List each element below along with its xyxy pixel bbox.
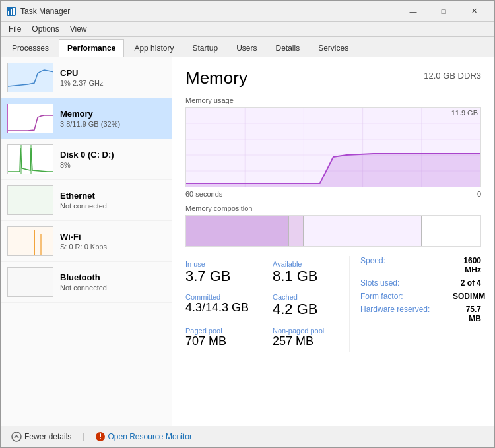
svg-rect-2 [11, 9, 12, 15]
comp-modified [289, 216, 304, 246]
usage-graph-container: 11.9 GB [185, 107, 481, 187]
available-block: Available 8.1 GB [273, 256, 349, 289]
hw-reserved-row: Hardware reserved: 75.7 MB [360, 305, 481, 323]
main-panel: Memory 12.0 GB DDR3 Memory usage 11.9 GB [172, 57, 494, 426]
usage-graph-svg [186, 108, 480, 187]
panel-header: Memory 12.0 GB DDR3 [185, 68, 481, 88]
panel-type: 12.0 GB DDR3 [424, 68, 481, 80]
non-paged-value: 257 MB [273, 335, 349, 349]
disk-thumbnail [7, 144, 53, 174]
menu-options[interactable]: Options [26, 23, 64, 35]
speed-label: Speed: [360, 256, 453, 274]
slots-label: Slots used: [360, 278, 453, 288]
svg-point-20 [100, 438, 101, 439]
tab-details[interactable]: Details [267, 39, 308, 57]
comp-standby [304, 216, 421, 246]
disk-info: Disk 0 (C: D:) 8% [60, 150, 165, 169]
in-use-block: In use 3.7 GB [185, 256, 262, 289]
hw-reserved-value: 75.7 MB [453, 305, 481, 323]
form-row: Form factor: SODIMM [360, 292, 481, 301]
ethernet-thumbnail [7, 185, 53, 215]
sidebar-item-bluetooth[interactable]: Bluetooth Not connected [1, 262, 172, 303]
paged-pool-value: 707 MB [185, 335, 262, 349]
menu-view[interactable]: View [65, 23, 92, 35]
composition-section: Memory composition [185, 205, 481, 247]
bluetooth-sublabel: Not connected [60, 284, 165, 292]
ethernet-info: Ethernet Not connected [60, 191, 165, 210]
resource-monitor-label: Open Resource Monitor [108, 432, 192, 441]
ethernet-label: Ethernet [60, 191, 165, 201]
comp-free [422, 216, 480, 246]
svg-marker-16 [186, 154, 480, 187]
tab-app-history[interactable]: App history [125, 39, 182, 57]
non-paged-label: Non-paged pool [273, 327, 349, 335]
usage-graph-section: Memory usage 11.9 GB [185, 96, 481, 198]
window-title: Task Manager [20, 7, 398, 16]
ethernet-sublabel: Not connected [60, 202, 165, 210]
bluetooth-thumbnail [7, 267, 53, 297]
committed-label: Committed [185, 293, 262, 301]
paged-pool-label: Paged pool [185, 327, 262, 335]
resource-monitor-link[interactable]: Open Resource Monitor [95, 432, 192, 442]
main-content: CPU 1% 2.37 GHz Memory 3.8/11.9 GB (32%) [1, 57, 494, 426]
fewer-details-label: Fewer details [24, 432, 71, 441]
tab-performance[interactable]: Performance [59, 39, 124, 57]
usage-graph-label: Memory usage [185, 96, 481, 104]
memory-thumbnail [7, 104, 53, 133]
sidebar-item-wifi[interactable]: Wi-Fi S: 0 R: 0 Kbps [1, 221, 172, 262]
composition-label: Memory composition [185, 205, 481, 212]
cpu-thumbnail [7, 63, 53, 92]
memory-type: 12.0 GB DDR3 [424, 71, 481, 80]
menu-file[interactable]: File [3, 23, 26, 35]
slots-row: Slots used: 2 of 4 [360, 278, 481, 288]
graph-max-label: 11.9 GB [451, 109, 478, 117]
maximize-button[interactable]: □ [428, 1, 459, 22]
footer-bar: Fewer details | Open Resource Monitor [1, 426, 494, 447]
cached-label: Cached [273, 293, 349, 301]
window-controls: — □ ✕ [398, 1, 489, 22]
tab-processes[interactable]: Processes [3, 39, 57, 57]
tab-users[interactable]: Users [228, 39, 265, 57]
memory-sublabel: 3.8/11.9 GB (32%) [60, 120, 165, 128]
tab-startup[interactable]: Startup [183, 39, 226, 57]
fewer-details-button[interactable]: Fewer details [11, 432, 71, 442]
sidebar-item-disk[interactable]: Disk 0 (C: D:) 8% [1, 139, 172, 180]
panel-title: Memory [185, 68, 248, 88]
committed-value: 4.3/14.3 GB [185, 301, 262, 315]
disk-label: Disk 0 (C: D:) [60, 150, 165, 160]
right-stats: Speed: 1600 MHz Slots used: 2 of 4 Form … [349, 256, 481, 352]
primary-stats: In use 3.7 GB Available 8.1 GB Committed… [185, 256, 349, 352]
graph-bottom-labels: 60 seconds 0 [185, 190, 481, 198]
sidebar-item-memory[interactable]: Memory 3.8/11.9 GB (32%) [1, 98, 172, 139]
tab-bar: Processes Performance App history Startu… [1, 37, 494, 57]
slots-value: 2 of 4 [461, 278, 481, 288]
menu-bar: File Options View [1, 22, 494, 37]
tab-services[interactable]: Services [310, 39, 357, 57]
svg-rect-1 [8, 11, 9, 15]
sidebar: CPU 1% 2.37 GHz Memory 3.8/11.9 GB (32%) [1, 57, 172, 426]
minimize-button[interactable]: — [398, 1, 428, 22]
in-use-label: In use [185, 260, 262, 268]
resource-monitor-icon [95, 432, 106, 442]
title-bar: Task Manager — □ ✕ [1, 1, 494, 22]
svg-rect-3 [13, 8, 15, 15]
bluetooth-info: Bluetooth Not connected [60, 272, 165, 292]
wifi-label: Wi-Fi [60, 232, 165, 241]
svg-point-17 [12, 432, 21, 441]
footer-divider: | [82, 432, 84, 441]
composition-bar [185, 215, 481, 247]
available-label: Available [273, 260, 349, 268]
hw-reserved-label: Hardware reserved: [360, 305, 453, 323]
comp-in-use [186, 216, 289, 246]
graph-time-label: 60 seconds [185, 190, 222, 198]
cached-block: Cached 4.2 GB [273, 289, 349, 322]
sidebar-item-ethernet[interactable]: Ethernet Not connected [1, 180, 172, 221]
available-value: 8.1 GB [273, 268, 349, 285]
speed-value: 1600 MHz [453, 256, 481, 274]
non-paged-block: Non-paged pool 257 MB [273, 323, 349, 353]
form-label: Form factor: [360, 292, 453, 301]
speed-row: Speed: 1600 MHz [360, 256, 481, 274]
close-button[interactable]: ✕ [459, 1, 489, 22]
memory-label: Memory [60, 109, 165, 119]
sidebar-item-cpu[interactable]: CPU 1% 2.37 GHz [1, 57, 172, 98]
